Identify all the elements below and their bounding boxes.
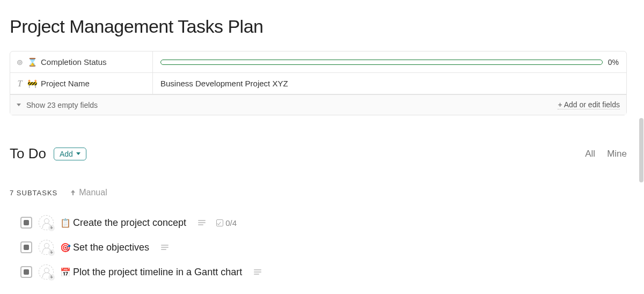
fields-panel: ⊚ ⌛ Completion Status 0% T 🚧 Project Nam… [10,51,627,115]
subtasks-header: 7 SUBTASKS Manual [10,188,624,197]
task-checkbox[interactable] [20,217,32,229]
calendar-icon: 📅 [60,268,71,277]
add-or-edit-fields-button[interactable]: + Add or edit fields [558,100,620,109]
completion-progress-bar [160,60,603,65]
sort-mode-button[interactable]: Manual [70,188,107,197]
scrollbar-thumb[interactable] [639,118,643,182]
project-name-label: Project Name [41,79,90,88]
description-icon [198,220,206,225]
task-filters: All Mine [585,149,627,159]
clipboard-icon: 📋 [60,218,71,227]
fields-footer: Show 23 empty fields + Add or edit field… [10,94,626,115]
subtask-count[interactable]: 0/4 [216,218,237,227]
task-row[interactable]: + 📋Create the project concept 0/4 [20,210,624,235]
field-label-completion[interactable]: ⊚ ⌛ Completion Status [10,52,153,72]
vertical-scrollbar[interactable] [639,118,643,258]
filter-mine[interactable]: Mine [607,149,627,159]
page-title: Project Management Tasks Plan [10,16,624,37]
assignee-placeholder[interactable]: + [39,215,54,230]
todo-section-header: To Do Add All Mine [10,145,627,162]
target-icon: 🎯 [60,243,71,252]
checkbox-icon [216,219,223,226]
text-type-icon: T [16,79,24,89]
arrow-up-icon [70,190,76,195]
completion-value[interactable]: 0% [153,58,626,67]
assignee-placeholder[interactable]: + [39,240,54,255]
add-task-button[interactable]: Add [54,148,86,160]
hourglass-icon: ⌛ [27,57,38,67]
field-row-project-name: T 🚧 Project Name Business Development Pr… [10,73,626,94]
description-icon [161,245,169,250]
plus-icon: + [48,274,55,281]
project-name-value[interactable]: Business Development Project XYZ [153,79,626,88]
plus-icon: + [48,225,55,231]
chevron-down-icon [76,152,80,155]
field-row-completion: ⊚ ⌛ Completion Status 0% [10,52,626,73]
construction-icon: 🚧 [27,79,38,89]
chevron-down-icon [17,104,21,106]
filter-all[interactable]: All [585,149,595,159]
task-title[interactable]: 🎯Set the objectives [60,242,149,253]
field-label-project-name[interactable]: T 🚧 Project Name [10,73,153,94]
description-icon [254,269,261,275]
task-checkbox[interactable] [20,241,32,253]
task-list: + 📋Create the project concept 0/4 + 🎯Set… [10,210,624,284]
show-empty-fields-button[interactable]: Show 23 empty fields [17,101,98,109]
todo-heading: To Do [10,145,46,162]
completion-label: Completion Status [41,57,107,67]
task-title[interactable]: 📋Create the project concept [60,217,186,229]
task-title[interactable]: 📅Plot the project timeline in a Gantt ch… [60,267,242,278]
assignee-placeholder[interactable]: + [39,264,54,280]
plus-icon: + [48,249,55,256]
task-row[interactable]: + 📅Plot the project timeline in a Gantt … [20,260,624,284]
completion-percent: 0% [608,58,619,67]
rollup-type-icon: ⊚ [16,58,24,67]
task-checkbox[interactable] [20,266,32,278]
task-row[interactable]: + 🎯Set the objectives [20,235,624,260]
subtasks-count: 7 SUBTASKS [10,189,57,197]
